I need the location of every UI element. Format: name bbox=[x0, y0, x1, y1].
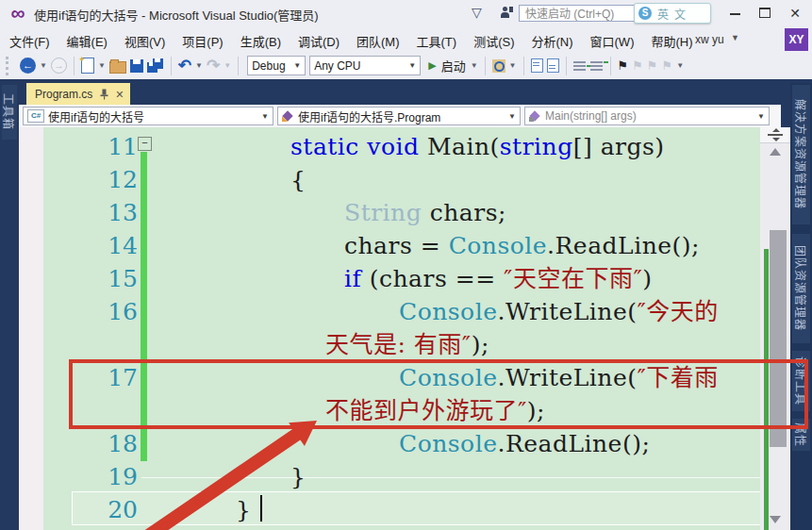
code-line[interactable]: { bbox=[290, 163, 306, 196]
outline-expand-button[interactable] bbox=[547, 56, 559, 76]
solution-configuration-select[interactable]: Debug▼ bbox=[247, 56, 306, 75]
code-token: Console bbox=[399, 430, 497, 457]
menu-item[interactable]: 帮助(H) bbox=[651, 32, 692, 50]
outline-collapse-button[interactable] bbox=[531, 56, 543, 76]
sidebar-tab-solution-explorer[interactable]: 解决方案资源管理器 bbox=[792, 85, 810, 224]
editor-navigation-bar: C# 使用if语句的大括号 ▼ 使用if语句的大括号.Program ▼ Mai… bbox=[19, 105, 781, 127]
comment-lines-button[interactable] bbox=[573, 56, 587, 76]
redo-button: ↷ bbox=[207, 56, 220, 76]
annotation-rectangle bbox=[69, 359, 808, 429]
new-file-caret-icon[interactable]: ▼ bbox=[98, 61, 106, 70]
menu-item[interactable]: 视图(V) bbox=[124, 32, 165, 50]
code-token: ) bbox=[642, 265, 652, 292]
tab-program-cs[interactable]: Program.cs ✕ bbox=[26, 83, 130, 105]
code-token: { bbox=[290, 166, 306, 193]
menu-item[interactable]: 调试(D) bbox=[298, 32, 340, 50]
undo-caret-icon[interactable]: ▼ bbox=[195, 61, 203, 70]
code-token: chars = bbox=[344, 232, 449, 259]
feedback-funnel-icon[interactable]: ▽ bbox=[472, 5, 482, 20]
toolbar-separator bbox=[485, 57, 486, 75]
member-dropdown-value: Main(string[] args) bbox=[545, 109, 754, 123]
menu-item[interactable]: 生成(B) bbox=[240, 32, 281, 50]
toolbar-overflow-icon[interactable]: ▼ bbox=[676, 61, 684, 70]
menu-item[interactable]: 项目(P) bbox=[182, 32, 223, 50]
feedback-person-icon[interactable] bbox=[501, 7, 513, 19]
save-button[interactable] bbox=[130, 56, 143, 76]
menu-item[interactable]: 测试(S) bbox=[473, 32, 514, 50]
toolbar-separator bbox=[523, 57, 524, 75]
close-button[interactable]: ✕ bbox=[785, 6, 805, 21]
code-token: (chars == bbox=[370, 265, 504, 292]
user-avatar[interactable]: XY bbox=[785, 28, 808, 51]
code-line[interactable]: } bbox=[181, 526, 196, 530]
code-token: if bbox=[344, 265, 370, 292]
user-caret-icon[interactable]: ▼ bbox=[731, 33, 739, 42]
menu-item[interactable]: 文件(F) bbox=[9, 32, 50, 50]
member-dropdown[interactable]: Main(string[] args) ▼ bbox=[524, 107, 770, 125]
find-in-files-button[interactable] bbox=[492, 56, 505, 76]
code-line[interactable]: } bbox=[290, 460, 306, 493]
navigate-back-caret-icon[interactable]: ▼ bbox=[40, 61, 47, 70]
user-name-label[interactable]: xw yu bbox=[695, 33, 724, 46]
project-dropdown[interactable]: C# 使用if语句的大括号 ▼ bbox=[23, 107, 273, 125]
menu-items: 文件(F)编辑(E)视图(V)项目(P)生成(B)调试(D)团队(M)工具(T)… bbox=[9, 32, 710, 50]
code-line[interactable]: String chars; bbox=[344, 196, 506, 229]
code-editor[interactable]: − 11static void Main(string[] args)12{13… bbox=[19, 127, 790, 530]
open-file-button[interactable] bbox=[109, 56, 126, 76]
window-title: 使用if语句的大括号 - Microsoft Visual Studio(管理员… bbox=[34, 6, 319, 24]
start-caret-icon[interactable]: ▼ bbox=[471, 61, 478, 70]
solution-platform-select[interactable]: Any CPU▼ bbox=[309, 56, 421, 75]
undo-button[interactable]: ↶ bbox=[178, 56, 191, 76]
toolbar-overflow-icon[interactable]: ▼ bbox=[509, 61, 517, 70]
code-surface[interactable]: − 11static void Main(string[] args)12{13… bbox=[43, 127, 760, 530]
splitter-button[interactable] bbox=[760, 127, 790, 143]
tab-label: Program.cs bbox=[35, 88, 92, 101]
save-all-button[interactable] bbox=[147, 56, 164, 76]
next-bookmark-button: ⚑ bbox=[647, 56, 658, 76]
type-dropdown[interactable]: 使用if语句的大括号.Program ▼ bbox=[277, 107, 521, 125]
menu-item[interactable]: 编辑(E) bbox=[67, 32, 108, 50]
code-line[interactable]: Console.WriteLine(″今天的 bbox=[399, 295, 719, 328]
menu-item[interactable]: 工具(T) bbox=[417, 32, 457, 50]
open-folder-icon bbox=[109, 61, 126, 74]
start-debugging-button[interactable]: ▶ 启动 ▼ bbox=[428, 57, 479, 75]
navigate-backward-button[interactable]: ← bbox=[20, 56, 36, 76]
scroll-down-icon[interactable] bbox=[770, 516, 781, 523]
ime-language-label: 英文 bbox=[657, 6, 691, 22]
line-number: 13 bbox=[72, 196, 138, 229]
menu-item[interactable]: 分析(N) bbox=[531, 32, 572, 50]
code-token: } bbox=[236, 496, 251, 523]
code-line[interactable]: static void Main(string[] args) bbox=[290, 130, 665, 163]
toolbar-grip[interactable] bbox=[6, 57, 12, 75]
code-line[interactable]: Console.ReadLine(); bbox=[399, 427, 650, 460]
breakpoint-margin[interactable] bbox=[19, 127, 43, 530]
forward-arrow-icon: → bbox=[51, 58, 67, 74]
tab-close-icon[interactable]: ✕ bbox=[115, 89, 124, 100]
sidebar-tab-toolbox[interactable]: 工具箱 bbox=[2, 85, 17, 140]
restore-button[interactable] bbox=[754, 6, 775, 21]
code-token: .WriteLine( bbox=[497, 298, 637, 325]
code-line[interactable]: } bbox=[236, 493, 262, 526]
code-line[interactable]: chars = Console.ReadLine(); bbox=[344, 229, 700, 262]
navigate-forward-button: → bbox=[51, 56, 67, 76]
ime-status-badge[interactable]: S 英文 bbox=[634, 3, 711, 24]
toggle-bookmark-button[interactable]: ⚑ bbox=[618, 56, 629, 76]
scroll-up-icon[interactable] bbox=[770, 148, 781, 156]
uncomment-lines-button[interactable] bbox=[590, 56, 604, 76]
play-icon: ▶ bbox=[428, 59, 436, 72]
project-dropdown-value: 使用if语句的大括号 bbox=[48, 108, 257, 124]
line-number: 12 bbox=[72, 163, 138, 196]
current-line-highlight bbox=[72, 491, 779, 525]
toolbar-separator bbox=[238, 57, 239, 75]
pin-icon[interactable] bbox=[100, 89, 108, 100]
vertical-scrollbar[interactable] bbox=[760, 127, 790, 530]
menu-item[interactable]: 窗口(W) bbox=[590, 32, 635, 50]
code-line[interactable]: 天气是: 有雨″); bbox=[325, 328, 489, 361]
sidebar-tab-team-explorer[interactable]: 团队资源管理器 bbox=[792, 234, 810, 343]
code-token: .ReadLine(); bbox=[497, 430, 650, 457]
menu-item[interactable]: 团队(M) bbox=[356, 32, 400, 50]
code-line[interactable]: if (chars == ″天空在下雨″) bbox=[344, 262, 653, 295]
new-file-button[interactable]: ✦ bbox=[81, 56, 94, 76]
outlining-collapse-icon[interactable]: − bbox=[138, 137, 152, 151]
minimize-button[interactable] bbox=[724, 6, 745, 21]
